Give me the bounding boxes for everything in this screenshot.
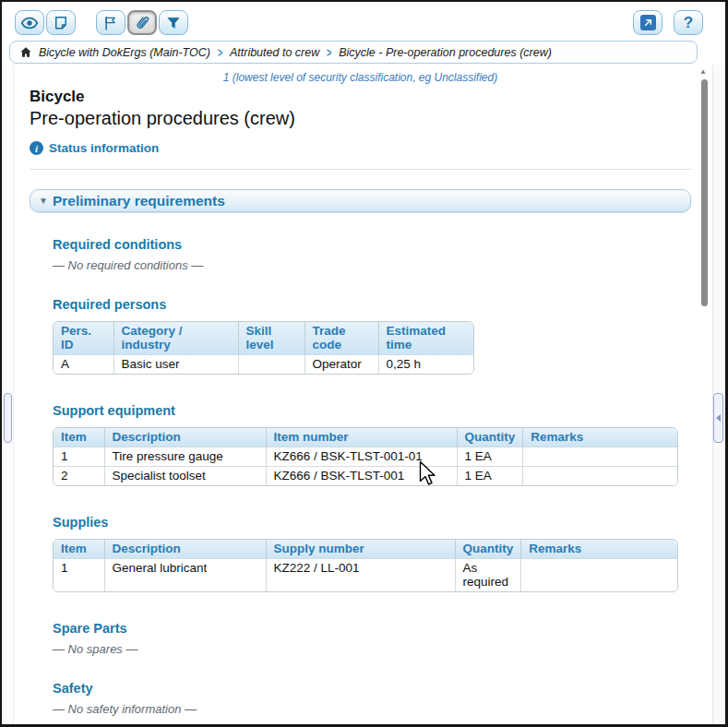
filter-icon: [165, 15, 182, 31]
col-header: Item: [54, 540, 104, 559]
ietm-viewer-window: ? Bicycle with DokErgs (Main-TOC) > Attr…: [0, 0, 728, 727]
breadcrumb: Bicycle with DokErgs (Main-TOC) > Attrib…: [9, 41, 698, 64]
cell-trade-code: Operator: [304, 355, 378, 375]
col-header: Pers. ID: [54, 322, 113, 355]
table-row: 1 General lubricant KZ222 / LL-001 As re…: [54, 559, 677, 592]
cell-description: Specialist toolset: [104, 467, 266, 486]
right-panel-rail: [712, 65, 725, 724]
table-row: 1 Tire pressure gauge KZ666 / BSK-TLST-0…: [54, 447, 677, 467]
col-header: Item: [54, 428, 104, 447]
col-header: Item number: [266, 428, 457, 447]
col-header: Quantity: [457, 428, 523, 447]
external-link-icon: [640, 15, 656, 30]
breadcrumb-item-toc[interactable]: Bicycle with DokErgs (Main-TOC): [39, 46, 210, 59]
arrow-left-icon: [716, 414, 721, 422]
cell-item: 1: [54, 447, 104, 467]
table-header-row: Pers. ID Category / industry Skill level…: [54, 322, 473, 355]
section-header-preliminary-requirements[interactable]: ▼ Preliminary requirements: [30, 189, 691, 212]
spare-parts-heading: Spare Parts: [53, 621, 691, 636]
open-new-window-button[interactable]: [633, 10, 662, 35]
right-panel-expand-handle[interactable]: [713, 393, 723, 443]
required-conditions-empty: — No required conditions —: [53, 258, 691, 272]
cell-pers-id: A: [54, 355, 113, 375]
note-button[interactable]: [46, 10, 76, 35]
left-panel-rail: [2, 65, 14, 724]
required-persons-heading: Required persons: [53, 297, 691, 312]
flag-button[interactable]: [96, 10, 125, 35]
cell-item-number: KZ666 / BSK-TLST-001-01: [266, 447, 457, 467]
chevron-right-icon: >: [327, 44, 331, 59]
col-header: Quantity: [455, 540, 521, 559]
annotation-button-group: [96, 10, 188, 35]
divider: [30, 169, 691, 170]
help-icon: ?: [684, 14, 693, 32]
help-button[interactable]: ?: [674, 10, 703, 35]
paperclip-icon: [133, 14, 151, 32]
cell-skill-level: [238, 355, 304, 375]
left-panel-expand-handle[interactable]: [4, 393, 12, 443]
cell-description: Tire pressure gauge: [104, 447, 266, 467]
cell-remarks: [523, 467, 677, 486]
cell-remarks: [521, 559, 677, 592]
home-icon[interactable]: [19, 46, 32, 58]
col-header: Estimated time: [378, 322, 473, 355]
table-row: 2 Specialist toolset KZ666 / BSK-TLST-00…: [54, 467, 677, 486]
spare-parts-empty: — No spares —: [53, 642, 691, 656]
table-row: A Basic user Operator 0,25 h: [54, 355, 473, 375]
safety-empty: — No safety information —: [53, 702, 691, 716]
toolbar: [15, 10, 188, 35]
col-header: Description: [104, 428, 266, 447]
supplies-table: Item Description Supply number Quantity …: [53, 539, 678, 592]
section-title: Preliminary requirements: [53, 193, 225, 209]
page-subtitle: Pre-operation procedures (crew): [30, 108, 691, 129]
cell-quantity: As required: [455, 559, 521, 592]
cell-remarks: [523, 447, 677, 467]
eye-icon: [20, 14, 39, 32]
security-classification: 1 (lowest level of security classificati…: [30, 71, 691, 84]
view-button-group: [15, 10, 76, 35]
table-header-row: Item Description Supply number Quantity …: [54, 540, 677, 559]
cell-item: 2: [54, 467, 104, 486]
document-content: 1 (lowest level of security classificati…: [15, 65, 700, 727]
safety-heading: Safety: [53, 681, 691, 696]
status-information-label: Status information: [49, 141, 159, 155]
attachments-button[interactable]: [127, 10, 157, 35]
col-header: Trade code: [304, 322, 378, 355]
col-header: Supply number: [266, 540, 455, 559]
cell-supply-number: KZ222 / LL-001: [266, 559, 455, 592]
col-header: Description: [104, 540, 266, 559]
supplies-heading: Supplies: [53, 515, 691, 530]
cell-description: General lubricant: [104, 559, 266, 592]
col-header: Skill level: [238, 322, 304, 355]
cell-quantity: 1 EA: [457, 447, 523, 467]
toolbar-right: ?: [633, 10, 703, 35]
cell-item-number: KZ666 / BSK-TLST-001: [266, 467, 457, 486]
cell-item: 1: [54, 559, 104, 592]
note-icon: [53, 15, 69, 31]
col-header: Remarks: [523, 428, 677, 447]
chevron-right-icon: >: [218, 44, 222, 59]
support-equipment-table: Item Description Item number Quantity Re…: [53, 427, 678, 486]
col-header: Category / industry: [113, 322, 238, 355]
breadcrumb-item-crew[interactable]: Attributed to crew: [230, 46, 319, 59]
collapse-arrow-icon: ▼: [39, 196, 48, 206]
cell-category: Basic user: [113, 355, 238, 375]
flag-icon: [102, 15, 119, 31]
cell-quantity: 1 EA: [457, 467, 523, 486]
required-conditions-heading: Required conditions: [53, 237, 691, 252]
breadcrumb-item-current[interactable]: Bicycle - Pre-operation procedures (crew…: [339, 46, 552, 59]
col-header: Remarks: [521, 540, 677, 559]
info-icon: i: [30, 141, 43, 155]
scrollbar-thumb[interactable]: [701, 79, 708, 306]
status-information-link[interactable]: i Status information: [30, 141, 691, 155]
cell-estimated-time: 0,25 h: [378, 355, 473, 375]
page-title: Bicycle: [30, 88, 691, 106]
required-persons-table: Pers. ID Category / industry Skill level…: [53, 321, 474, 375]
support-equipment-heading: Support equipment: [53, 403, 691, 418]
scrollbar-up-arrow-icon[interactable]: ▲: [699, 67, 707, 76]
filter-button[interactable]: [159, 10, 188, 35]
table-header-row: Item Description Item number Quantity Re…: [54, 428, 677, 447]
eye-button[interactable]: [15, 10, 44, 35]
